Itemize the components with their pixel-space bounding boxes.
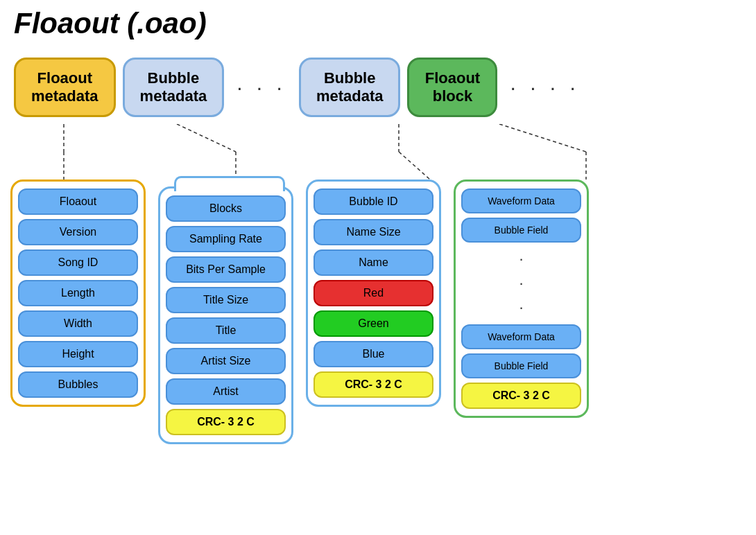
top-block-floaout-block: Floaoutblock — [407, 58, 497, 117]
field-name-size: Name Size — [313, 219, 433, 245]
field-blue: Blue — [313, 341, 433, 367]
field-floaout: Floaout — [18, 188, 138, 215]
field-height: Height — [18, 341, 138, 367]
field-name: Name — [313, 249, 433, 276]
field-waveform-data-top: Waveform Data — [461, 188, 581, 213]
field-title-size: Title Size — [166, 287, 286, 313]
columns-row: Floaout Version Song ID Length Width Hei… — [0, 179, 756, 444]
field-bubble-id: Bubble ID — [313, 188, 433, 215]
field-version: Version — [18, 219, 138, 245]
field-bubble-field-top: Bubble Field — [461, 218, 581, 243]
field-red: Red — [313, 280, 433, 306]
top-block-floaout-metadata: Floaoutmetadata — [14, 58, 116, 117]
field-bubble-field-bottom: Bubble Field — [461, 353, 581, 378]
connector-lines — [0, 124, 756, 179]
column-bubble-metadata: Blocks Sampling Rate Bits Per Sample Tit… — [158, 186, 293, 444]
field-artist: Artist — [166, 378, 286, 405]
field-song-id: Song ID — [18, 249, 138, 276]
field-width: Width — [18, 310, 138, 337]
field-crc-bubble-id: CRC- 3 2 C — [313, 371, 433, 398]
field-crc-floaout-block: CRC- 3 2 C — [461, 383, 581, 409]
field-waveform-data-bottom: Waveform Data — [461, 324, 581, 349]
field-bubbles: Bubbles — [18, 371, 138, 398]
field-title: Title — [166, 317, 286, 344]
page-title: Floaout (.oao) — [0, 0, 756, 47]
field-bits-per-sample: Bits Per Sample — [166, 256, 286, 283]
svg-line-2 — [177, 124, 236, 152]
field-artist-size: Artist Size — [166, 348, 286, 374]
column-floaout: Floaout Version Song ID Length Width Hei… — [10, 179, 146, 407]
column-floaout-block: Waveform Data Bubble Field ··· Waveform … — [454, 179, 589, 418]
top-block-bubble-metadata-1: Bubblemetadata — [123, 58, 225, 117]
dots-2: · · · · — [510, 76, 579, 99]
mid-dots: ··· — [461, 247, 581, 320]
top-row: Floaoutmetadata Bubblemetadata · · · Bub… — [0, 51, 756, 124]
svg-line-6 — [499, 124, 586, 152]
top-block-bubble-metadata-2: Bubblemetadata — [299, 58, 401, 117]
field-length: Length — [18, 280, 138, 306]
field-blocks: Blocks — [166, 195, 286, 222]
svg-line-5 — [399, 152, 430, 179]
field-sampling-rate: Sampling Rate — [166, 226, 286, 252]
dots-1: · · · — [237, 76, 286, 99]
field-green: Green — [313, 310, 433, 337]
fold-tab — [174, 176, 285, 191]
column-bubble-id: Bubble ID Name Size Name Red Green Blue … — [306, 179, 441, 407]
field-crc-bubble-meta: CRC- 3 2 C — [166, 409, 286, 435]
